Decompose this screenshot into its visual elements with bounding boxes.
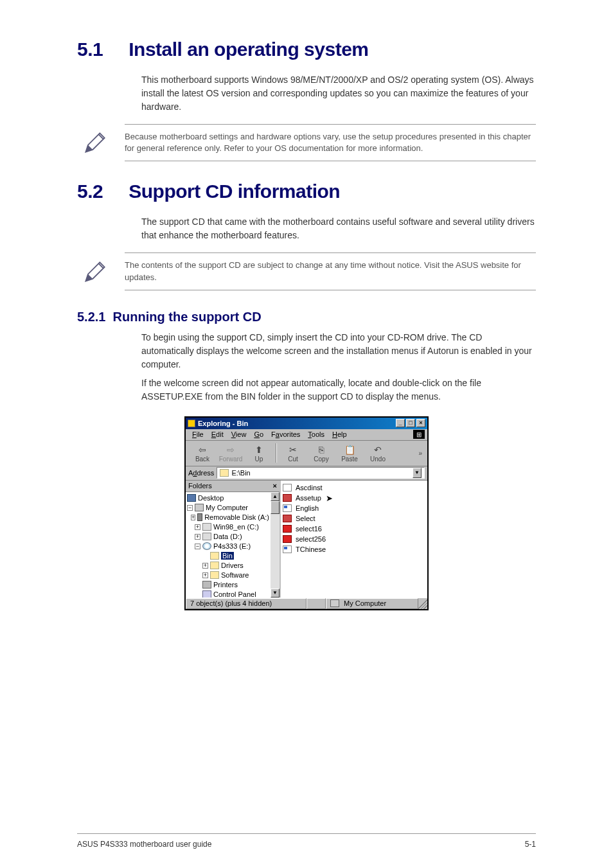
para-5-2-1a: To begin using the support CD, simply in… [141,331,536,371]
folder-tree[interactable]: Desktop −My Computer +Removable Disk (A:… [186,492,280,598]
cut-button[interactable]: ✂ Cut [279,444,307,463]
expander-icon[interactable]: + [191,515,195,520]
address-input[interactable]: E:\Bin ▼ [217,467,425,479]
resize-grip[interactable] [418,598,427,609]
menu-favorites[interactable]: Favorites [267,430,304,439]
paste-button[interactable]: 📋 Paste [335,444,364,463]
tree-cpanel[interactable]: Control Panel [187,590,278,598]
heading-5-2: 5.2Support CD information [77,181,536,202]
scroll-up-button[interactable]: ▲ [271,492,280,501]
statusbar: 7 object(s) (plus 4 hidden) My Computer [186,598,427,609]
scroll-down-button[interactable]: ▼ [271,589,280,598]
address-label: Address [188,469,214,477]
pencil-icon [77,258,113,286]
heading-5-1-title: Install an operating system [129,39,368,60]
undo-button[interactable]: ↶ Undo [364,444,392,463]
expander-icon[interactable]: − [187,505,193,511]
scroll-thumb[interactable] [271,501,280,514]
expander-icon[interactable]: + [202,572,208,578]
file-assetup[interactable]: Assetup [283,493,425,503]
menu-file[interactable]: File [188,430,208,439]
expander-icon[interactable]: − [195,544,200,549]
address-dropdown[interactable]: ▼ [413,468,422,478]
toolbar-overflow[interactable]: » [418,450,425,457]
para-5-2: The support CD that came with the mother… [141,215,536,242]
folders-label: Folders [188,482,212,490]
up-button[interactable]: ⬆ Up [245,444,273,463]
file-select16[interactable]: select16 [283,524,425,534]
tree-desktop[interactable]: Desktop [187,493,278,503]
pencil-icon [77,128,113,157]
para-5-1: This motherboard supports Windows 98/ME/… [141,73,536,114]
status-mid [306,598,326,609]
status-objects: 7 object(s) (plus 4 hidden) [186,598,306,609]
tree-bin[interactable]: Bin [187,551,278,561]
menu-go[interactable]: Go [250,430,267,439]
tree-printers[interactable]: Printers [187,580,278,590]
drive-icon [202,533,211,540]
printers-icon [202,581,211,589]
tree-mycomputer[interactable]: −My Computer [187,503,278,513]
back-label: Back [195,456,209,463]
folder-icon [210,571,219,579]
tree-c[interactable]: +Win98_en (C:) [187,522,278,532]
bmp-icon [283,525,292,533]
tree-scrollbar[interactable]: ▲ ▼ [271,492,280,598]
page-footer: ASUS P4S333 motherboard user guide 5-1 [77,840,536,849]
expander-icon[interactable]: + [195,524,200,530]
expander-icon[interactable]: + [195,534,200,540]
heading-5-2-num: 5.2 [77,181,103,202]
cut-icon: ✂ [287,444,299,456]
file-icon [283,484,292,492]
titlebar[interactable]: Exploring - Bin _ □ × [186,418,427,429]
menu-view[interactable]: View [227,430,251,439]
close-folders-button[interactable]: × [273,482,277,490]
tree-e[interactable]: −P4s333 (E:) [187,542,278,551]
menu-file-rest: ile [197,430,204,438]
menu-edit[interactable]: Edit [208,430,227,439]
menubar: File Edit View Go Favorites Tools Help ⊞ [186,429,427,441]
back-button[interactable]: ⇦ Back [188,444,217,463]
paste-label: Paste [341,456,358,463]
tree-software[interactable]: +Software [187,571,278,580]
up-label: Up [255,456,263,463]
scroll-track[interactable] [271,514,280,589]
undo-label: Undo [370,456,386,463]
heading-5-1: 5.1Install an operating system [77,39,536,60]
file-select[interactable]: Select [283,513,425,524]
file-english[interactable]: English [283,503,425,513]
close-button[interactable]: × [416,419,425,427]
folders-header: Folders × [186,481,280,492]
computer-icon [330,599,339,607]
footer-left: ASUS P4S333 motherboard user guide [77,840,211,849]
explorer-window: Exploring - Bin _ □ × File Edit View Go … [184,416,429,610]
file-ascdinst[interactable]: Ascdinst [283,483,425,493]
window-title: Exploring - Bin [198,420,248,427]
folders-pane: Folders × Desktop −My Computer +Removabl… [186,481,281,598]
content-panes: Folders × Desktop −My Computer +Removabl… [186,481,427,598]
heading-5-2-1: 5.2.1 Running the support CD [77,310,536,324]
file-tchinese[interactable]: TChinese [283,544,425,554]
window-icon [188,420,195,427]
menu-help[interactable]: Help [328,430,351,439]
cd-icon [202,542,211,550]
tree-floppy[interactable]: +Removable Disk (A:) [187,513,278,522]
ie-logo-icon: ⊞ [413,430,425,439]
menu-tools[interactable]: Tools [304,430,328,439]
exe-icon [283,494,292,502]
up-icon: ⬆ [253,444,265,456]
files-pane[interactable]: Ascdinst Assetup English Select select16… [281,481,427,598]
forward-button[interactable]: ⇨ Forward [217,444,245,463]
copy-button[interactable]: ⎘ Copy [307,444,335,463]
heading-5-2-title: Support CD information [129,181,340,202]
minimize-button[interactable]: _ [396,419,405,427]
maximize-button[interactable]: □ [406,419,415,427]
paste-icon: 📋 [343,444,356,456]
file-select256[interactable]: select256 [283,534,425,544]
expander-icon[interactable]: + [202,563,208,569]
cut-label: Cut [288,456,298,463]
tree-d[interactable]: +Data (D:) [187,532,278,542]
status-location: My Computer [326,598,418,609]
address-bar: Address E:\Bin ▼ [186,466,427,481]
tree-drivers[interactable]: +Drivers [187,561,278,571]
